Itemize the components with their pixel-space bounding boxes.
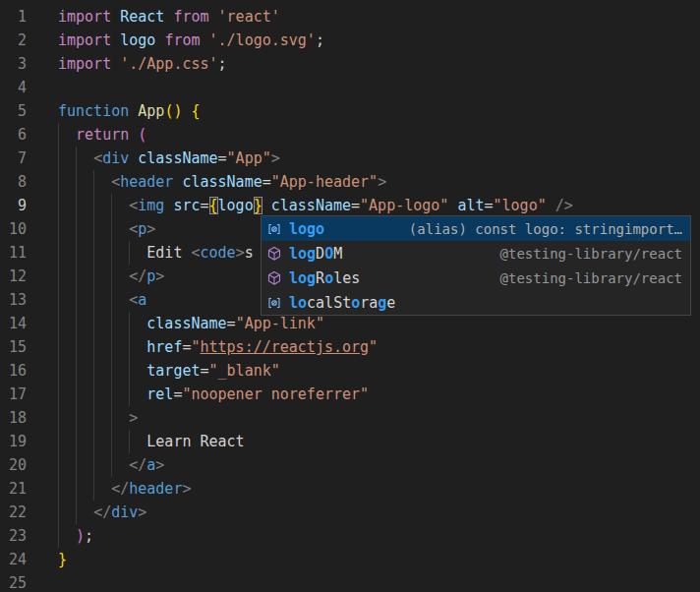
line-number: 15 bbox=[0, 335, 27, 359]
code-segment: = bbox=[201, 197, 209, 214]
code-segment: a bbox=[146, 456, 155, 474]
indent-guide bbox=[76, 453, 77, 477]
code-line[interactable]: 7 <div className="App"> bbox=[0, 147, 700, 170]
code-segment: https://reactjs.org bbox=[201, 338, 370, 356]
indent-guide bbox=[129, 312, 130, 335]
indent-guide bbox=[58, 453, 59, 477]
code-segment: " bbox=[369, 338, 378, 356]
symbol-variable-icon bbox=[266, 221, 282, 237]
code-segment: > bbox=[146, 220, 155, 238]
code-segment: App bbox=[138, 102, 164, 120]
code-text: <p> bbox=[58, 217, 155, 241]
line-number: 17 bbox=[0, 383, 27, 406]
code-segment: " bbox=[191, 338, 200, 356]
code-segment: ; bbox=[218, 55, 227, 73]
code-text: Learn React bbox=[58, 430, 245, 453]
code-text: return ( bbox=[58, 123, 146, 147]
indent-guide bbox=[58, 524, 59, 548]
code-segment: header bbox=[120, 173, 173, 191]
suggest-item[interactable]: localStorage bbox=[262, 290, 690, 315]
code-text: import React from 'react' bbox=[58, 5, 280, 29]
line-number: 13 bbox=[0, 288, 27, 312]
indent-guide bbox=[58, 477, 59, 501]
code-segment: function bbox=[58, 102, 138, 120]
line-number: 20 bbox=[0, 453, 27, 477]
suggest-item-label: localStorage bbox=[289, 291, 395, 315]
line-number: 9 bbox=[0, 194, 27, 217]
code-line[interactable]: 21 </header> bbox=[0, 477, 700, 501]
code-segment: </ bbox=[129, 456, 146, 474]
code-line[interactable]: 1import React from 'react' bbox=[0, 5, 700, 29]
code-segment: logo bbox=[120, 31, 164, 49]
code-line[interactable]: 25 bbox=[0, 571, 700, 592]
suggest-item-detail: (alias) const logo: stringimport… bbox=[409, 217, 682, 241]
indent-guide bbox=[76, 406, 77, 430]
suggest-item[interactable]: logDOM@testing-library/react bbox=[262, 241, 690, 266]
code-segment: className bbox=[146, 315, 226, 332]
code-line[interactable]: 19 Learn React bbox=[0, 430, 700, 453]
indent-guide bbox=[58, 383, 59, 406]
code-segment: = bbox=[227, 315, 236, 332]
code-segment: "App" bbox=[227, 149, 271, 167]
code-segment: ( bbox=[138, 126, 146, 144]
line-number: 11 bbox=[0, 241, 27, 265]
indent-guide bbox=[76, 359, 77, 383]
code-line[interactable]: 24} bbox=[0, 548, 700, 571]
line-number: 10 bbox=[0, 217, 27, 241]
code-line[interactable]: 22 </div> bbox=[0, 501, 700, 524]
indent-guide bbox=[111, 288, 112, 312]
code-line[interactable]: 9 <img src={logo} className="App-logo" a… bbox=[0, 194, 700, 217]
code-segment bbox=[58, 385, 146, 403]
code-line[interactable]: 23 ); bbox=[0, 524, 700, 548]
indent-guide bbox=[76, 335, 77, 359]
code-segment: import bbox=[58, 31, 120, 49]
suggest-item[interactable]: logRoles@testing-library/react bbox=[262, 266, 690, 290]
code-segment: ; bbox=[316, 31, 324, 49]
indent-guide bbox=[76, 312, 77, 335]
code-segment: './logo.svg' bbox=[209, 31, 316, 49]
indent-guide bbox=[111, 335, 112, 359]
code-segment: < bbox=[191, 244, 200, 262]
indent-guide bbox=[111, 265, 112, 288]
code-line[interactable]: 6 return ( bbox=[0, 123, 700, 147]
indent-guide bbox=[93, 406, 94, 430]
code-line[interactable]: 16 target="_blank" bbox=[0, 359, 700, 383]
code-line[interactable]: 8 <header className="App-header"> bbox=[0, 170, 700, 194]
code-segment bbox=[58, 126, 76, 144]
code-line[interactable]: 20 </a> bbox=[0, 453, 700, 477]
indent-guide bbox=[111, 312, 112, 335]
code-segment: ) bbox=[76, 527, 85, 545]
indent-guide bbox=[58, 170, 59, 194]
code-text: href="https://reactjs.org" bbox=[58, 335, 378, 359]
code-line[interactable]: 18 > bbox=[0, 406, 700, 430]
line-number: 6 bbox=[0, 123, 27, 147]
line-number: 19 bbox=[0, 430, 27, 453]
indent-guide bbox=[93, 194, 94, 217]
indent-guide bbox=[111, 406, 112, 430]
code-segment bbox=[262, 197, 271, 214]
code-line[interactable]: 4 bbox=[0, 76, 700, 99]
indent-guide bbox=[111, 453, 112, 477]
indent-guide bbox=[93, 335, 94, 359]
code-segment bbox=[129, 149, 138, 167]
indent-guide bbox=[58, 265, 59, 288]
code-text: import './App.css'; bbox=[58, 52, 227, 76]
indent-guide bbox=[93, 477, 94, 501]
suggest-item[interactable]: logo(alias) const logo: stringimport… bbox=[262, 216, 690, 241]
code-segment: className bbox=[271, 197, 351, 214]
code-segment: 'react' bbox=[218, 8, 280, 26]
indent-guide bbox=[58, 288, 59, 312]
code-line[interactable]: 5function App() { bbox=[0, 99, 700, 123]
indent-guide bbox=[76, 194, 77, 217]
code-segment: > bbox=[129, 409, 138, 427]
code-line[interactable]: 2import logo from './logo.svg'; bbox=[0, 29, 700, 52]
symbol-variable-icon bbox=[266, 295, 282, 311]
code-line[interactable]: 17 rel="noopener noreferrer" bbox=[0, 383, 700, 406]
line-number: 16 bbox=[0, 359, 27, 383]
code-line[interactable]: 15 href="https://reactjs.org" bbox=[0, 335, 700, 359]
code-segment: < bbox=[93, 149, 102, 167]
code-segment: > bbox=[182, 480, 191, 498]
code-segment: </ bbox=[93, 503, 111, 521]
code-editor[interactable]: 1import React from 'react'2import logo f… bbox=[0, 0, 700, 592]
code-line[interactable]: 3import './App.css'; bbox=[0, 52, 700, 76]
